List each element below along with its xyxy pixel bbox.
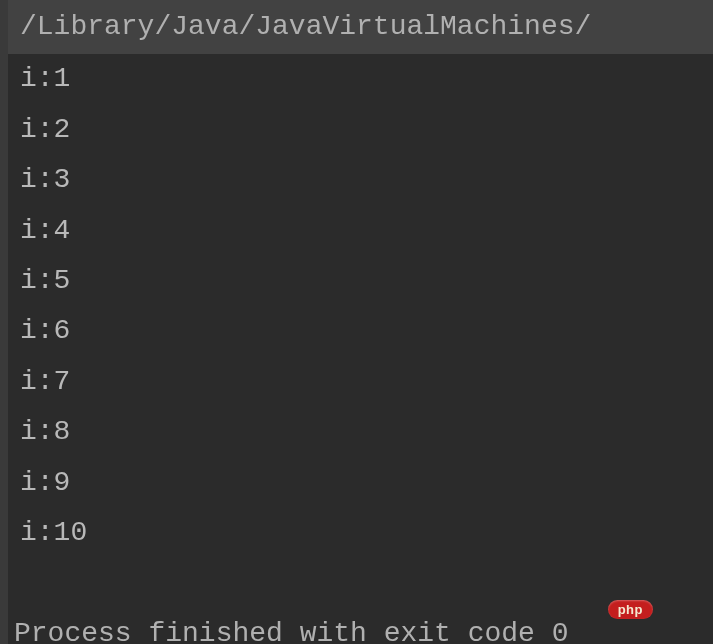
watermark: php [608, 591, 653, 622]
program-output: i:1 i:2 i:3 i:4 i:5 i:6 i:7 i:8 i:9 i:10 [8, 54, 713, 558]
output-line: i:9 [20, 458, 713, 508]
output-line: i:7 [20, 357, 713, 407]
execution-path: /Library/Java/JavaVirtualMachines/ [8, 0, 713, 54]
output-line: i:4 [20, 206, 713, 256]
output-line: i:8 [20, 407, 713, 457]
console-output: /Library/Java/JavaVirtualMachines/ i:1 i… [8, 0, 713, 644]
output-line: i:6 [20, 306, 713, 356]
output-line: i:2 [20, 105, 713, 155]
output-line: i:1 [20, 54, 713, 104]
output-line: i:3 [20, 155, 713, 205]
output-line: i:5 [20, 256, 713, 306]
watermark-badge-icon: php [608, 600, 653, 619]
output-line: i:10 [20, 508, 713, 558]
